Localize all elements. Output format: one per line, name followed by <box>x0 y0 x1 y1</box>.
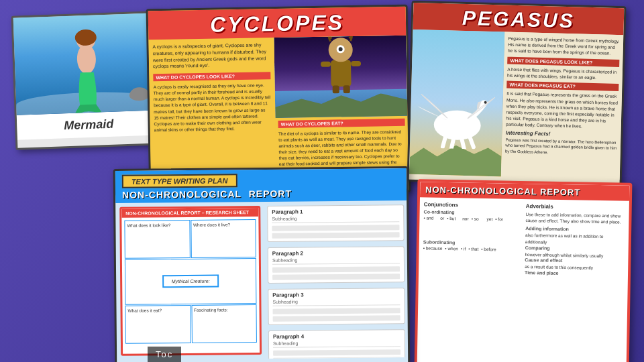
svg-line-13 <box>451 138 453 148</box>
cyclopes-look-section: WHAT DO CYCLOPES LOOK LIKE? <box>153 72 270 81</box>
svg-rect-7 <box>321 62 331 67</box>
line <box>272 232 400 239</box>
adding-text: also furthermore as well as in addition … <box>525 232 625 247</box>
coordinating-items: • and or • but nor • so yet • for <box>423 215 523 229</box>
conj-yet: yet <box>486 217 492 229</box>
para4-subheading: Subheading <box>273 340 400 348</box>
cyclopes-header: CYCLOPES <box>148 7 407 40</box>
para2-lines <box>272 266 400 280</box>
coordinating-title: Co-ordinating <box>424 209 523 216</box>
writing-plan-subtitle: NON-CHRONOLOGICAL REPORT <box>122 187 400 200</box>
pegasus-image <box>409 29 505 177</box>
adverbs-intro: Use these to add information, compare an… <box>525 211 625 225</box>
creature-label: Mythical Creature: <box>172 279 210 284</box>
research-header-text: NON-CHRONOLOGICAL REPORT – RESEARCH SHEE… <box>125 210 254 216</box>
conj-before: • before <box>481 247 496 259</box>
eat-cell: What does it eat? <box>125 305 191 344</box>
research-sheet: NON-CHRONOLOGICAL REPORT – RESEARCH SHEE… <box>119 206 262 356</box>
live-label: Where does it live? <box>193 222 230 227</box>
paragraph-3: Paragraph 3 Subheading <box>268 288 405 325</box>
subtitle-report: REPORT <box>249 188 292 200</box>
conj-but: • but <box>447 216 455 228</box>
paragraph-1: Paragraph 1 Subheading <box>267 204 404 242</box>
cyclopes-eat-section: WHAT DO CYCLOPES EAT? <box>278 119 405 128</box>
pegasus-intro: Pegasus is a type of winged horse from G… <box>508 36 620 57</box>
conj-nor: nor <box>462 216 469 228</box>
para2-subheading: Subheading <box>272 257 400 265</box>
time-title: Time and place <box>525 270 624 277</box>
line <box>273 308 400 314</box>
writing-plan-body: NON-CHRONOLOGICAL REPORT – RESEARCH SHEE… <box>115 200 408 360</box>
paragraphs-panel: Paragraph 1 Subheading Paragraph 2 Subhe… <box>264 200 408 359</box>
line <box>273 349 400 356</box>
conj-if: • if <box>461 246 466 258</box>
writing-plan-header: TEXT TYPE WRITING PLAN NON-CHRONOLOGICAL… <box>115 168 407 203</box>
pegasus-look-text: A horse that flies with wings. Pegasus i… <box>507 66 619 82</box>
subtitle-non-chron: NON-CHRONOLOGICAL <box>122 188 241 200</box>
mermaid-image <box>13 13 160 115</box>
look-label: What does it look like? <box>127 223 170 228</box>
creature-box: Mythical Creature: <box>162 275 219 288</box>
para4-lines <box>273 349 400 359</box>
research-grid: What does it look like? Where does it li… <box>121 217 260 347</box>
para1-label: Paragraph 1 <box>272 208 399 215</box>
cyclops-svg <box>317 36 365 94</box>
pegasus-right-panel: Pegasus is a type of winged horse from G… <box>501 32 623 180</box>
para3-subheading: Subheading <box>272 298 400 306</box>
para3-lines <box>273 308 400 322</box>
comparing-title: Comparing <box>525 245 625 252</box>
adverbs-title: Adverbials <box>526 203 625 211</box>
line <box>272 225 399 231</box>
subordinating-items: • because • when • if • that • before <box>423 245 522 259</box>
para1-subheading: Subheading <box>272 215 399 223</box>
svg-rect-10 <box>343 85 350 93</box>
conj-and: • and <box>423 215 433 227</box>
line <box>272 266 400 273</box>
cyclopes-image <box>274 36 408 118</box>
report-body: Conjunctions Co-ordinating • and or • bu… <box>417 197 629 359</box>
svg-rect-9 <box>332 85 339 93</box>
cyclopes-right-panel: WHAT DO CYCLOPES EAT? The diet of a cycl… <box>274 36 409 188</box>
look-cell: What does it look like? <box>124 220 190 259</box>
eat-label: What does it eat? <box>128 308 162 313</box>
conj-so: • so <box>471 217 478 229</box>
pegasus-look-section: WHAT DOES PEGASUS LOOK LIKE? <box>507 57 619 67</box>
pegasus-card: PEGASUS <box>407 1 627 187</box>
creature-cell: Mythical Creature: <box>125 258 257 305</box>
conjunctions-title: Conjunctions <box>424 201 523 209</box>
cyclopes-title: CYCLOPES <box>148 9 407 39</box>
adding-title: Adding information <box>525 226 625 233</box>
report-header-text: NON-CHRONOLOGICAL REPORT <box>425 184 624 198</box>
pegasus-eat-section: WHAT DOES PEGASUS EAT? <box>506 81 619 91</box>
svg-rect-8 <box>351 61 361 66</box>
pegasus-title: PEGASUS <box>413 5 625 34</box>
svg-line-14 <box>462 139 464 149</box>
rock <box>129 87 150 101</box>
report-writing-sheet: NON-CHRONOLOGICAL REPORT Conjunctions Co… <box>415 179 633 362</box>
pegasus-left-panel <box>409 29 505 177</box>
svg-line-15 <box>470 137 474 147</box>
paragraph-2: Paragraph 2 Subheading <box>268 246 405 284</box>
facts-cell: Fascinating facts: <box>191 304 257 343</box>
subordinating-title: Subordinating <box>423 239 523 246</box>
para1-lines <box>272 225 399 239</box>
conj-when: • when <box>445 246 458 258</box>
conj-that: • that <box>468 247 478 259</box>
conjunctions-section: Conjunctions Co-ordinating • and or • bu… <box>423 201 523 276</box>
conj-because: • because <box>423 245 442 257</box>
pegasus-eat-text: It is said that Pegasus represents the g… <box>506 90 619 130</box>
svg-rect-3 <box>331 60 352 87</box>
adverbs-section: Adverbials Use these to add information,… <box>525 203 625 278</box>
facts-label: Fascinating facts: <box>194 308 228 312</box>
conjunctions-panel: Conjunctions Co-ordinating • and or • bu… <box>423 201 625 278</box>
para2-label: Paragraph 2 <box>272 249 400 257</box>
paragraph-4: Paragraph 4 Subheading <box>268 329 405 359</box>
pegasus-body: Pegasus is a type of winged horse from G… <box>409 29 624 180</box>
conj-for: • for <box>495 217 503 229</box>
cyclopes-look-text: A cyclops is easily recognised as they o… <box>154 82 272 133</box>
para4-label: Paragraph 4 <box>273 333 400 340</box>
live-cell: Where does it live? <box>191 219 256 258</box>
conj-or: or <box>440 216 444 228</box>
line <box>273 357 400 359</box>
para3-label: Paragraph 3 <box>272 291 400 298</box>
